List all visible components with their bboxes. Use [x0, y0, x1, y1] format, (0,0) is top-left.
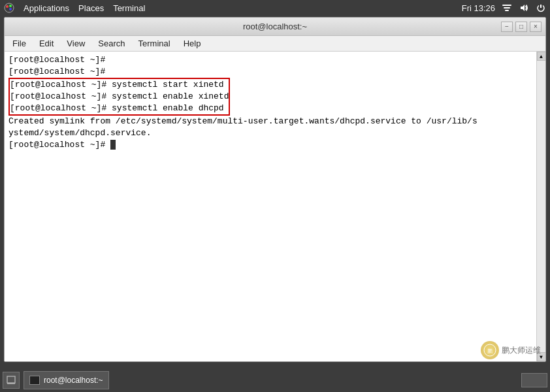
- watermark-logo: 鹏: [481, 341, 499, 359]
- svg-rect-6: [505, 10, 509, 11]
- svg-point-2: [9, 5, 12, 7]
- terminal-window: root@localhost:~ − □ × File Edit View Se…: [4, 17, 546, 362]
- term-line-5: [root@localhost ~]# systemctl enable dhc…: [10, 103, 229, 114]
- applications-menu[interactable]: Applications: [24, 3, 69, 13]
- menu-edit[interactable]: Edit: [34, 37, 59, 50]
- menu-file[interactable]: File: [7, 37, 31, 50]
- window-title: root@localhost:~: [243, 22, 307, 31]
- term-line-2: [root@localhost ~]#: [8, 66, 531, 78]
- menu-view[interactable]: View: [61, 37, 90, 50]
- terminal-content[interactable]: [root@localhost ~]# [root@localhost ~]# …: [5, 52, 545, 361]
- system-bar-right: Fri 13:26: [462, 3, 546, 13]
- taskbar-terminal-item[interactable]: root@localhost:~: [24, 371, 109, 389]
- menu-search[interactable]: Search: [93, 37, 130, 50]
- network-icon: [502, 3, 512, 13]
- svg-rect-4: [502, 5, 511, 6]
- taskbar: root@localhost:~: [0, 368, 550, 392]
- system-bar-left: Applications Places Terminal: [4, 3, 462, 13]
- show-desktop-button[interactable]: [3, 372, 20, 389]
- taskbar-terminal-label: root@localhost:~: [44, 376, 103, 385]
- svg-point-1: [6, 5, 8, 8]
- svg-rect-10: [7, 376, 15, 383]
- svg-marker-7: [521, 5, 525, 11]
- watermark-text: 鹏大师运维: [502, 345, 541, 356]
- menu-help[interactable]: Help: [178, 37, 206, 50]
- volume-icon: [519, 3, 529, 13]
- terminal-menu[interactable]: Terminal: [113, 3, 145, 13]
- scrollbar[interactable]: ▲ ▼: [536, 52, 545, 361]
- scroll-track: [538, 61, 545, 352]
- close-button[interactable]: ×: [530, 22, 542, 32]
- menu-bar: File Edit View Search Terminal Help: [5, 36, 545, 52]
- svg-rect-11: [7, 383, 15, 384]
- window-controls: − □ ×: [501, 22, 542, 32]
- title-bar: root@localhost:~ − □ ×: [5, 18, 545, 36]
- scroll-up-arrow[interactable]: ▲: [537, 52, 546, 61]
- term-line-6: Created symlink from /etc/systemd/system…: [8, 116, 531, 127]
- system-bar: Applications Places Terminal Fri 13:26: [0, 0, 550, 16]
- datetime-display: Fri 13:26: [462, 3, 495, 13]
- menu-terminal[interactable]: Terminal: [133, 37, 176, 50]
- maximize-button[interactable]: □: [515, 22, 527, 32]
- term-line-4: [root@localhost ~]# systemctl enable xin…: [10, 91, 229, 103]
- term-line-8: [root@localhost ~]# ▌: [8, 139, 531, 151]
- minimize-button[interactable]: −: [501, 22, 513, 32]
- svg-point-3: [9, 8, 12, 10]
- highlight-box: [root@localhost ~]# systemctl start xine…: [8, 78, 230, 116]
- watermark: 鹏 鹏大师运维: [481, 341, 541, 359]
- places-menu[interactable]: Places: [78, 3, 104, 13]
- taskbar-terminal-icon: [29, 376, 40, 385]
- power-icon[interactable]: [536, 3, 546, 13]
- svg-rect-5: [504, 7, 510, 8]
- taskbar-right-area: [521, 373, 547, 387]
- svg-text:鹏: 鹏: [487, 348, 493, 354]
- term-line-3: [root@localhost ~]# systemctl start xine…: [10, 79, 229, 91]
- svg-point-0: [5, 3, 14, 12]
- term-line-7: ystemd/system/dhcpd.service.: [8, 127, 531, 139]
- os-logo-icon: [4, 3, 14, 13]
- term-line-1: [root@localhost ~]#: [8, 54, 531, 66]
